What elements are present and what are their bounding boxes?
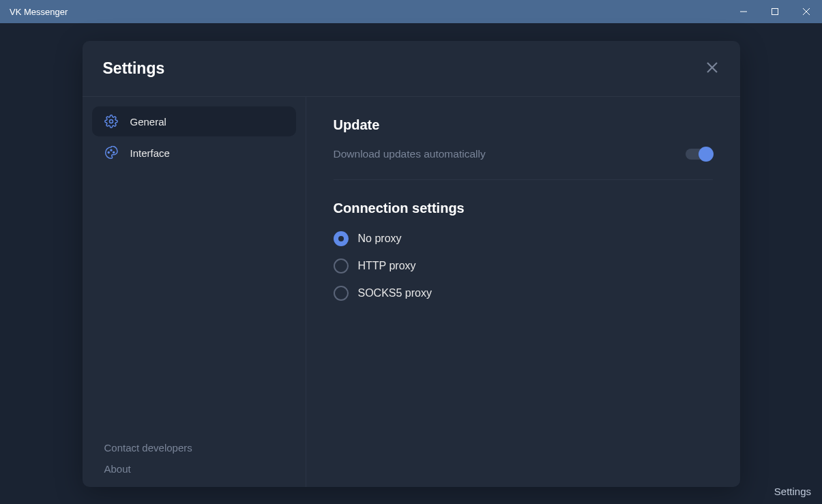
titlebar: VK Messenger bbox=[0, 0, 822, 23]
radio-icon bbox=[334, 258, 349, 273]
svg-point-9 bbox=[113, 152, 114, 153]
connection-heading: Connection settings bbox=[334, 201, 713, 216]
modal-title: Settings bbox=[103, 59, 165, 78]
about-link[interactable]: About bbox=[104, 463, 284, 475]
maximize-button[interactable] bbox=[759, 0, 791, 23]
svg-rect-1 bbox=[772, 9, 778, 15]
update-heading: Update bbox=[334, 117, 713, 133]
close-window-button[interactable] bbox=[791, 0, 822, 23]
settings-sidebar: General Interface Contact developers Abo… bbox=[83, 97, 306, 487]
radio-label: No proxy bbox=[358, 233, 402, 245]
app-body: Settings General bbox=[0, 23, 822, 504]
modal-header: Settings bbox=[83, 41, 740, 97]
toggle-knob bbox=[699, 147, 714, 162]
proxy-option-http[interactable]: HTTP proxy bbox=[334, 258, 713, 273]
close-icon bbox=[803, 8, 810, 15]
status-bar-label[interactable]: Settings bbox=[774, 486, 811, 497]
close-modal-button[interactable] bbox=[706, 61, 718, 76]
auto-download-row: Download updates automatically bbox=[334, 148, 713, 160]
sidebar-item-general[interactable]: General bbox=[92, 106, 296, 136]
auto-download-toggle[interactable] bbox=[686, 149, 713, 160]
minimize-icon bbox=[740, 8, 747, 15]
app-title: VK Messenger bbox=[10, 7, 68, 17]
close-icon bbox=[706, 61, 718, 74]
gear-icon bbox=[104, 115, 118, 128]
svg-point-8 bbox=[111, 149, 112, 151]
svg-point-7 bbox=[108, 152, 109, 153]
auto-download-label: Download updates automatically bbox=[334, 148, 486, 160]
modal-body: General Interface Contact developers Abo… bbox=[83, 97, 740, 487]
contact-developers-link[interactable]: Contact developers bbox=[104, 442, 284, 454]
sidebar-footer: Contact developers About bbox=[92, 442, 296, 475]
proxy-option-none[interactable]: No proxy bbox=[334, 231, 713, 246]
sidebar-nav: General Interface bbox=[92, 106, 296, 168]
radio-label: SOCKS5 proxy bbox=[358, 287, 432, 299]
palette-icon bbox=[104, 146, 118, 160]
proxy-radio-group: No proxy HTTP proxy SOCKS5 proxy bbox=[334, 231, 713, 301]
settings-content: Update Download updates automatically Co… bbox=[306, 97, 740, 487]
sidebar-item-interface[interactable]: Interface bbox=[92, 138, 296, 168]
sidebar-item-label: General bbox=[130, 116, 166, 128]
radio-icon bbox=[334, 286, 349, 301]
sidebar-item-label: Interface bbox=[130, 147, 170, 159]
minimize-button[interactable] bbox=[728, 0, 759, 23]
settings-modal: Settings General bbox=[83, 41, 740, 487]
svg-point-6 bbox=[109, 120, 113, 123]
radio-label: HTTP proxy bbox=[358, 260, 416, 272]
radio-icon bbox=[334, 231, 349, 246]
window-controls bbox=[728, 0, 822, 23]
divider bbox=[334, 179, 713, 180]
maximize-icon bbox=[772, 8, 778, 15]
proxy-option-socks5[interactable]: SOCKS5 proxy bbox=[334, 286, 713, 301]
